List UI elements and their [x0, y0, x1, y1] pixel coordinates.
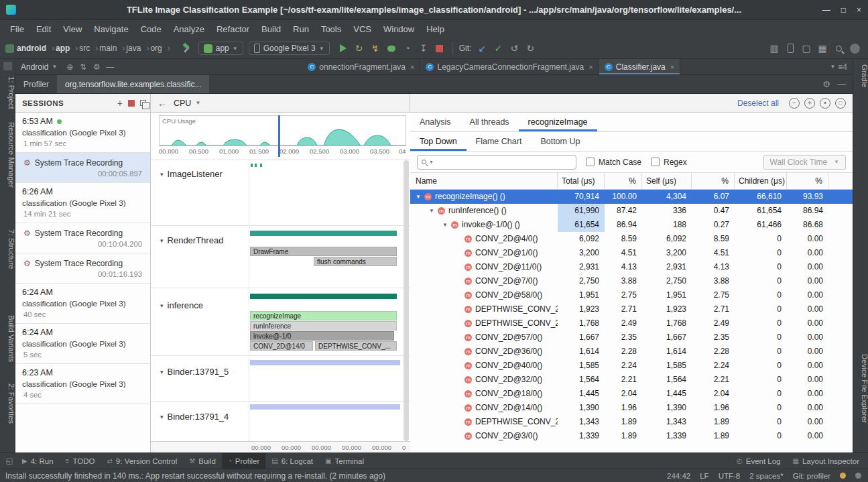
session-item[interactable]: 6:53 AM classification (Google Pixel 3) …: [15, 113, 150, 153]
scroll-sync-icon[interactable]: ⇅: [77, 62, 89, 72]
column-header-children-pct[interactable]: %: [787, 173, 828, 189]
analysis-subtab[interactable]: Bottom Up: [531, 132, 589, 151]
status-widget[interactable]: LF: [700, 472, 708, 480]
expand-arrow-icon[interactable]: ▼: [429, 204, 438, 218]
analysis-tab[interactable]: Analysis: [410, 113, 460, 131]
cpu-usage-chart[interactable]: CPU Usage 00.000 00.500 01.000 01.500 02…: [151, 113, 410, 160]
menu-item[interactable]: Code: [135, 20, 168, 38]
close-tab-icon[interactable]: ×: [670, 63, 674, 71]
match-case-checkbox[interactable]: Match Case: [586, 158, 641, 167]
thread-track-binder4[interactable]: ▾ Binder:13791_4: [151, 402, 410, 441]
thread-track-inference[interactable]: ▾ inference recognizeImage runInference …: [151, 288, 410, 356]
zoom-to-selection-icon[interactable]: □: [835, 98, 846, 109]
breadcrumb-item[interactable]: main ›: [99, 44, 125, 53]
stripe-button-version-control[interactable]: ⇄ 9: Version Control: [101, 453, 183, 469]
debug-button[interactable]: [384, 41, 399, 56]
run-button[interactable]: [336, 41, 351, 56]
table-row[interactable]: ▼ m recognizeImage() () 70,914 100.00 4,…: [410, 190, 853, 204]
table-row[interactable]: ▼ m DEPTHWISE_CONV_2D@... 1,923 2.71 1,9…: [410, 302, 853, 316]
menu-item[interactable]: View: [57, 20, 88, 38]
profiler-tab[interactable]: org.tensorflow.lite.examples.classific..…: [57, 75, 209, 93]
column-header-total-pct[interactable]: %: [605, 173, 642, 189]
expand-arrow-icon[interactable]: ▼: [442, 218, 451, 232]
apply-changes-button[interactable]: ↻: [352, 41, 367, 56]
stripe-button-profiler[interactable]: ◔ Profiler: [222, 453, 265, 469]
device-select[interactable]: Google Pixel 3 ▼: [249, 42, 330, 55]
collapse-icon[interactable]: ▾: [160, 302, 164, 309]
profiler-tab[interactable]: Profiler: [15, 75, 57, 93]
back-arrow-icon[interactable]: ←: [158, 98, 167, 109]
table-row[interactable]: ▼ m CONV_2D@32/0() 1,564 2.21 1,564 2.21…: [410, 373, 853, 387]
git-update-button[interactable]: ↙: [475, 41, 489, 56]
collapse-icon[interactable]: ▾: [160, 171, 164, 178]
maximize-icon[interactable]: □: [841, 5, 846, 15]
close-tab-icon[interactable]: ×: [588, 63, 593, 71]
stripe-button-build[interactable]: ⚒ Build: [183, 453, 222, 469]
thread-track-binder5[interactable]: ▾ Binder:13791_5: [151, 356, 410, 402]
close-tab-icon[interactable]: ×: [410, 63, 414, 71]
timeline-seek-line[interactable]: [278, 115, 280, 157]
notifications-icon[interactable]: [840, 473, 846, 479]
tool-window-button-favorites[interactable]: 2: Favorites: [0, 382, 15, 424]
tool-window-button-gradle[interactable]: Gradle: [853, 63, 868, 88]
build-hammer-icon[interactable]: [181, 43, 192, 54]
breadcrumb-item[interactable]: java ›: [126, 44, 149, 53]
session-item[interactable]: 6:26 AM classification (Google Pixel 3) …: [15, 183, 150, 223]
table-row[interactable]: ▼ m CONV_2D@18/0() 1,445 2.04 1,445 2.04…: [410, 387, 853, 401]
checkbox-icon[interactable]: [651, 158, 660, 166]
status-widget[interactable]: 244:42: [667, 472, 690, 480]
menu-item[interactable]: Tools: [315, 20, 347, 38]
trace-span[interactable]: runInference: [250, 321, 397, 330]
table-row[interactable]: ▼ m CONV_2D@58/0() 1,951 2.75 1,951 2.75…: [410, 288, 853, 302]
tool-window-button-device-file-explorer[interactable]: Device File Explorer: [853, 353, 868, 423]
structure-view-icon[interactable]: ▥: [767, 41, 782, 56]
table-row[interactable]: ▼ m CONV_2D@3/0() 1,339 1.89 1,339 1.89 …: [410, 429, 853, 443]
zoom-in-icon[interactable]: +: [804, 98, 815, 109]
editor-tab[interactable]: C onnectionFragment.java ×: [302, 59, 420, 74]
search-box[interactable]: ▼: [417, 155, 576, 170]
table-row[interactable]: ▼ m CONV_2D@57/0() 1,667 2.35 1,667 2.35…: [410, 330, 853, 345]
hide-tool-window-icon[interactable]: —: [837, 79, 846, 89]
trace-span[interactable]: invoke@-1/0: [250, 331, 394, 341]
minimize-icon[interactable]: —: [822, 5, 830, 15]
column-header-name[interactable]: Name: [410, 173, 558, 189]
analysis-tab[interactable]: All threads: [460, 113, 519, 131]
editor-tab[interactable]: C LegacyCameraConnectionFragment.java ×: [420, 59, 599, 74]
checkbox-icon[interactable]: [586, 158, 595, 166]
tool-window-button-project[interactable]: 1: Project: [0, 75, 15, 109]
table-row[interactable]: ▼ m CONV_2D@36/0() 1,614 2.28 1,614 2.28…: [410, 345, 853, 359]
device-manager-icon[interactable]: [783, 41, 798, 56]
thread-label[interactable]: ▾ inference: [160, 300, 203, 310]
session-item[interactable]: System Trace Recording ⚙ System Trace Re…: [15, 153, 150, 183]
profiler-view-select[interactable]: CPU ▼: [174, 99, 200, 108]
stripe-button-layout-inspector[interactable]: ▦ Layout Inspector: [787, 453, 865, 469]
tool-windows-toggle-icon[interactable]: ◱: [3, 453, 16, 469]
table-row[interactable]: ▼ m CONV_2D@7/0() 2,750 3.88 2,750 3.88 …: [410, 274, 853, 288]
apply-code-changes-button[interactable]: ↯: [368, 41, 383, 56]
clock-mode-select[interactable]: Wall Clock Time ▼: [763, 155, 847, 170]
tool-window-button-resource-manager[interactable]: Resource Manager: [0, 121, 15, 188]
locate-file-icon[interactable]: ⊕: [64, 62, 76, 72]
expand-arrow-icon[interactable]: ▼: [416, 190, 424, 204]
hide-panel-icon[interactable]: —: [104, 62, 116, 72]
menu-item[interactable]: Window: [377, 20, 420, 38]
column-header-self-pct[interactable]: %: [692, 173, 735, 189]
menu-item[interactable]: Build: [255, 20, 287, 38]
thread-label[interactable]: ▾ RenderThread: [160, 235, 223, 245]
trace-span[interactable]: flush commands: [314, 257, 397, 266]
git-rollback-button[interactable]: ↻: [523, 41, 538, 56]
trace-span[interactable]: CONV_2D@14/0: [250, 341, 313, 351]
stop-session-icon[interactable]: [128, 100, 135, 107]
project-view-selector[interactable]: Android ▼: [21, 62, 57, 72]
profile-button[interactable]: ◔: [400, 41, 415, 56]
session-item[interactable]: System Trace Recording ⚙ System Trace Re…: [15, 223, 150, 253]
analysis-subtab[interactable]: Top Down: [410, 132, 467, 151]
background-tasks-icon[interactable]: [855, 473, 861, 479]
table-row[interactable]: ▼ m CONV_2D@14/0() 1,390 1.96 1,390 1.96…: [410, 401, 853, 415]
search-input[interactable]: [436, 158, 572, 167]
expand-sessions-icon[interactable]: [140, 100, 146, 106]
trace-span-selected[interactable]: recognizeImage: [250, 311, 397, 320]
collapse-icon[interactable]: ▾: [160, 369, 164, 375]
analysis-subtab[interactable]: Flame Chart: [467, 132, 532, 151]
emulator-icon[interactable]: ▢: [799, 41, 814, 56]
